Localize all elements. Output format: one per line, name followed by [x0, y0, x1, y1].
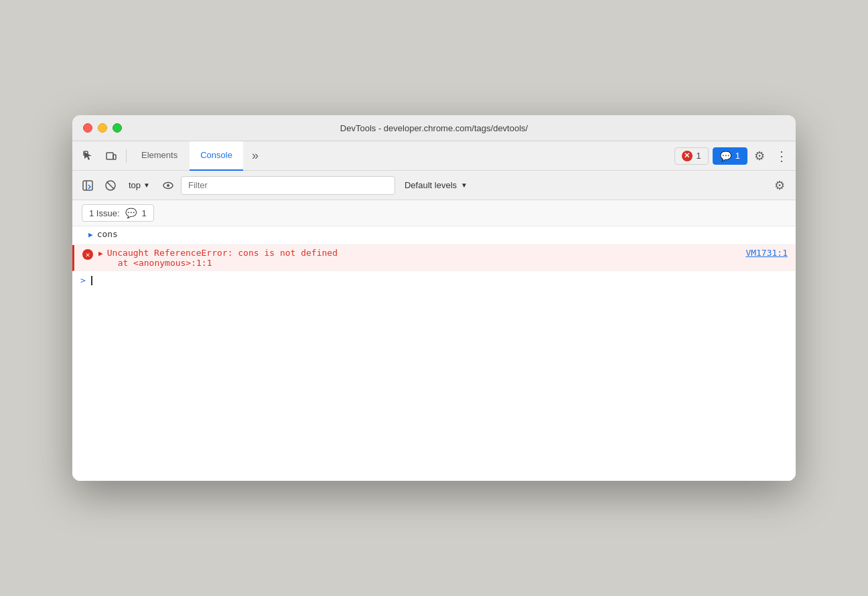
console-prompt: > — [72, 271, 796, 289]
filter-input[interactable] — [181, 176, 395, 195]
console-log-entry: ▶ cons — [72, 226, 796, 245]
message-badge-button[interactable]: 💬 1 — [713, 147, 747, 165]
svg-line-5 — [107, 181, 115, 189]
console-error-entry: ✕ ▶ Uncaught ReferenceError: cons is not… — [72, 245, 796, 271]
svg-rect-1 — [106, 153, 113, 159]
prompt-arrow: > — [80, 275, 86, 285]
chevron-down-icon: ▼ — [143, 181, 150, 189]
issues-bar-badge[interactable]: 1 Issue: 💬 1 — [82, 204, 154, 222]
error-icon: ✕ — [82, 249, 93, 260]
window-controls — [83, 123, 122, 133]
live-expressions-button[interactable] — [158, 175, 178, 196]
error-icon: ✕ — [682, 151, 693, 161]
context-selector[interactable]: top ▼ — [123, 177, 155, 193]
devtools-window: DevTools - developer.chrome.com/tags/dev… — [72, 115, 796, 481]
console-content: ▶ cons ✕ ▶ Uncaught ReferenceError: cons… — [72, 226, 796, 481]
error-source-link[interactable]: VM1731:1 — [745, 248, 788, 258]
svg-rect-3 — [83, 181, 92, 190]
title-bar: DevTools - developer.chrome.com/tags/dev… — [72, 115, 796, 141]
clear-console-button[interactable] — [100, 175, 121, 196]
message-icon: 💬 — [720, 151, 731, 161]
maximize-button[interactable] — [113, 123, 122, 133]
chevron-down-icon: ▼ — [461, 181, 467, 189]
inspect-element-button[interactable] — [78, 145, 99, 167]
more-options-button[interactable]: ⋮ — [772, 145, 790, 167]
minimize-button[interactable] — [98, 123, 107, 133]
cursor[interactable] — [91, 276, 92, 285]
expand-chevron[interactable]: ▶ — [98, 249, 103, 258]
device-toolbar-button[interactable] — [100, 145, 122, 167]
settings-button[interactable]: ⚙ — [749, 145, 770, 167]
log-levels-dropdown[interactable]: Default levels ▼ — [398, 177, 474, 193]
devtools-panel: Elements Console » ✕ 1 💬 1 ⚙ — [72, 141, 796, 481]
svg-point-7 — [167, 184, 169, 187]
window-title: DevTools - developer.chrome.com/tags/dev… — [340, 123, 528, 133]
tabs-row: Elements Console » ✕ 1 💬 1 ⚙ — [72, 141, 796, 171]
message-icon: 💬 — [125, 208, 137, 218]
expand-chevron[interactable]: ▶ — [88, 230, 93, 239]
tab-overflow-button[interactable]: » — [244, 145, 266, 167]
issues-bar: 1 Issue: 💬 1 — [72, 200, 796, 226]
svg-rect-2 — [113, 155, 116, 159]
error-badge-button[interactable]: ✕ 1 — [674, 147, 709, 165]
console-settings-button[interactable]: ⚙ — [769, 175, 790, 196]
tab-elements[interactable]: Elements — [131, 141, 188, 171]
tab-console[interactable]: Console — [190, 141, 243, 171]
tab-divider — [126, 149, 127, 163]
close-button[interactable] — [83, 123, 92, 133]
show-sidebar-button[interactable] — [78, 175, 98, 196]
toolbar-row: top ▼ Default levels ▼ ⚙ — [72, 171, 796, 200]
